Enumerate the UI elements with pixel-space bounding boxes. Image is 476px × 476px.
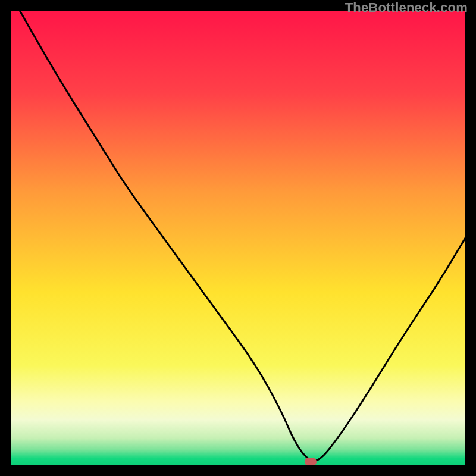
bottleneck-curve (11, 11, 465, 465)
optimal-marker (305, 458, 317, 465)
watermark-text: TheBottleneck.com (345, 0, 468, 15)
chart-frame: TheBottleneck.com (0, 0, 476, 476)
plot-area (11, 11, 465, 465)
